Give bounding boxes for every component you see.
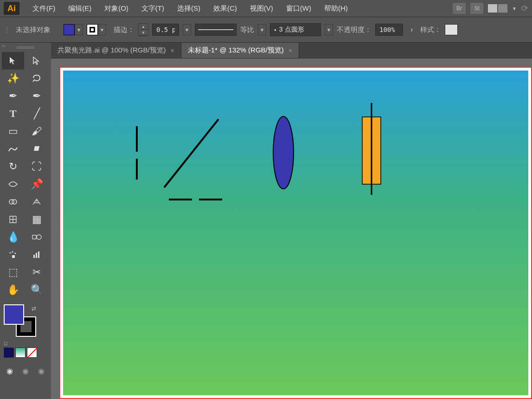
svg-rect-4 [12,255,15,258]
drawing-mode-behind[interactable]: ◉ [19,365,32,376]
tab-0[interactable]: 共聚焦光路.ai @ 100% (RGB/预览) × [51,43,181,58]
svg-point-6 [12,251,13,253]
artwork-dashed-line[interactable] [135,126,140,182]
svg-point-5 [10,252,11,254]
symbol-sprayer-tool[interactable] [2,246,24,264]
perspective-grid-tool[interactable] [26,193,48,211]
stroke-stepper[interactable]: ▲▼ [138,23,148,36]
canvas[interactable] [51,58,532,399]
fill-color[interactable] [4,304,24,325]
menu-select[interactable]: 选择(S) [172,2,206,15]
tab-1[interactable]: 未标题-1* @ 132% (RGB/预览) × [181,43,299,58]
rotate-tool[interactable]: ↻ [2,158,24,175]
artwork-rect-line[interactable] [360,103,383,196]
svg-point-16 [273,116,294,189]
tools-panel: ‹‹ ✨ ✒ ✒ T ╱ ▭ 🖌 ↻ ⛶ 📌 ▦ 💧 [0,43,51,399]
menu-file[interactable]: 文件(F) [27,2,61,15]
sync-icon[interactable]: ⟳ [521,3,528,13]
style-swatch[interactable] [445,24,458,35]
zoom-tool[interactable]: 🔍 [26,281,48,299]
shaper-tool[interactable] [2,140,24,158]
paintbrush-tool[interactable]: 🖌 [26,122,48,140]
menu-view[interactable]: 视图(V) [244,2,279,15]
blend-tool[interactable] [26,228,48,246]
svg-rect-8 [33,255,35,258]
brush-dropdown[interactable]: ▼ [325,24,333,35]
svg-point-1 [12,200,17,204]
drawing-mode-inside[interactable]: ◉ [35,365,47,376]
stroke-dropdown[interactable]: ▼ [98,24,106,35]
menu-type[interactable]: 文字(T) [136,2,170,15]
menu-bar: Ai 文件(F) 编辑(E) 对象(O) 文字(T) 选择(S) 效果(C) 视… [0,0,532,17]
gradient-mode-swatch[interactable] [15,348,26,358]
chevron-down-icon[interactable]: ▼ [512,6,517,11]
artwork-ellipse[interactable] [272,115,295,191]
close-icon[interactable]: × [171,47,174,54]
stroke-weight-dropdown[interactable]: ▼ [183,24,191,35]
opacity-input[interactable] [375,24,403,36]
stroke-weight-input[interactable] [152,24,179,36]
svg-rect-10 [38,251,39,258]
drawing-mode-normal[interactable]: ◉ [4,365,16,376]
panel-grip[interactable] [0,45,51,50]
color-mode-swatch[interactable] [4,348,14,358]
magic-wand-tool[interactable]: ✨ [2,70,24,87]
svg-rect-9 [36,253,37,258]
brush-field[interactable]: ●3 点圆形 [270,23,321,36]
fill-swatch[interactable] [64,24,75,35]
scale-tool[interactable]: ⛶ [26,158,48,175]
svg-line-13 [164,119,218,187]
eyedropper-tool[interactable]: 💧 [2,228,24,246]
tab-label: 未标题-1* @ 132% (RGB/预览) [188,46,284,55]
stroke-label: 描边： [114,26,135,34]
tab-label: 共聚焦光路.ai @ 100% (RGB/预览) [58,46,166,55]
slice-tool[interactable]: ✂ [26,264,48,281]
selection-status: 未选择对象 [16,26,51,34]
curvature-tool[interactable]: ✒ [26,87,48,105]
shape-builder-tool[interactable] [2,193,24,211]
mesh-tool[interactable] [2,211,24,228]
menu-object[interactable]: 对象(O) [99,2,134,15]
line-tool[interactable]: ╱ [26,105,48,122]
artwork-diagonal-line[interactable] [160,117,225,191]
app-logo: Ai [4,2,19,15]
rectangle-tool[interactable]: ▭ [2,122,24,140]
stroke-profile[interactable] [195,24,237,36]
svg-point-3 [37,235,41,239]
style-label: 样式： [420,26,441,34]
menu-effect[interactable]: 效果(C) [208,2,243,15]
swap-icon[interactable]: ⇄ [32,305,36,312]
artboard-tool[interactable]: ⬚ [2,264,24,281]
none-mode-swatch[interactable] [27,348,37,358]
eraser-tool[interactable] [26,140,48,158]
menu-help[interactable]: 帮助(H) [319,2,353,15]
lasso-tool[interactable] [26,70,48,87]
profile-label: 等比 [240,26,254,34]
svg-rect-2 [32,235,36,239]
pen-tool[interactable]: ✒ [2,87,24,105]
fill-stroke-picker[interactable]: ⇄ [4,304,36,337]
menu-edit[interactable]: 编辑(E) [63,2,97,15]
type-tool[interactable]: T [2,105,24,122]
column-graph-tool[interactable] [26,246,48,264]
fill-dropdown[interactable]: ▼ [75,24,83,35]
chevron-right-icon[interactable]: › [410,26,413,34]
collapse-icon[interactable]: ‹‹ [2,43,5,48]
bridge-button[interactable]: Br [453,3,466,14]
width-tool[interactable] [2,175,24,193]
gradient-tool[interactable]: ▦ [26,211,48,228]
direct-selection-tool[interactable] [26,52,48,70]
menu-window[interactable]: 窗口(W) [281,2,317,15]
workspace-switcher[interactable] [488,4,507,13]
stroke-swatch[interactable] [87,24,98,35]
control-bar: ⋮ 未选择对象 ▼ ▼ 描边： ▲▼ ▼ 等比 ▼ ●3 点圆形 ▼ 不透明度：… [0,17,532,43]
selection-tool[interactable] [2,52,24,70]
artwork-dashed-horizontal[interactable] [169,198,224,201]
close-icon[interactable]: × [288,47,292,54]
profile-dropdown[interactable]: ▼ [258,24,266,35]
free-transform-tool[interactable]: 📌 [26,175,48,193]
stock-button[interactable]: St [470,3,483,14]
hand-tool[interactable]: ✋ [2,281,24,299]
document-tabs: 共聚焦光路.ai @ 100% (RGB/预览) × 未标题-1* @ 132%… [51,43,532,58]
opacity-label: 不透明度： [337,26,372,34]
